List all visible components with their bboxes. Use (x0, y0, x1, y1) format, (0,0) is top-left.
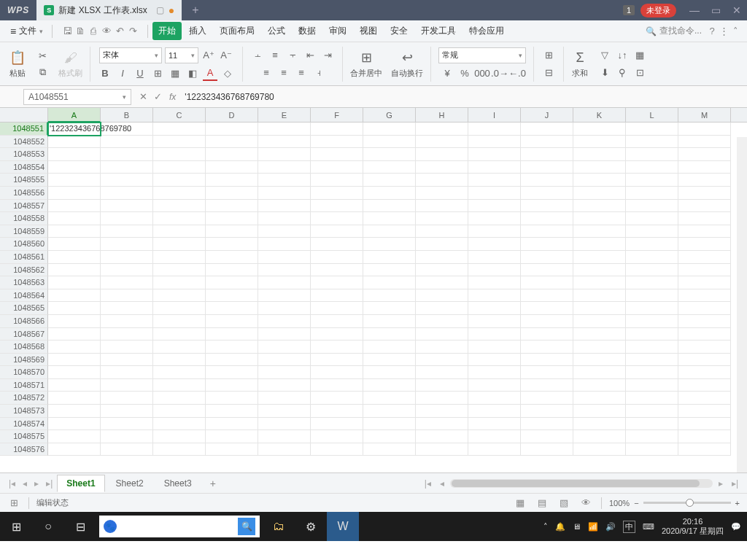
cell[interactable] (206, 315, 258, 328)
cell[interactable] (573, 443, 626, 456)
cell[interactable] (311, 187, 363, 200)
cell[interactable] (153, 264, 206, 277)
cell[interactable] (311, 392, 363, 405)
cell[interactable] (626, 251, 678, 264)
cell[interactable] (678, 225, 731, 238)
cell[interactable] (258, 122, 311, 136)
font-color-button[interactable]: A (203, 66, 217, 81)
cell[interactable] (573, 276, 626, 289)
cell[interactable] (626, 148, 678, 161)
vertical-scrollbar[interactable] (737, 137, 747, 472)
row-header[interactable]: 1048560 (0, 238, 48, 251)
cell[interactable] (468, 289, 521, 303)
cell[interactable] (626, 418, 678, 431)
cell[interactable] (468, 443, 521, 456)
cell[interactable] (678, 418, 731, 431)
column-header[interactable]: L (626, 108, 678, 122)
cell[interactable] (416, 161, 468, 174)
cell[interactable] (573, 315, 626, 328)
cell[interactable] (48, 392, 101, 405)
login-button[interactable]: 未登录 (640, 4, 676, 18)
cell[interactable] (521, 238, 573, 251)
cell[interactable] (678, 302, 731, 315)
cell[interactable] (48, 161, 101, 174)
cell[interactable] (626, 354, 678, 367)
save-icon[interactable]: 🖫 (61, 26, 73, 37)
row-header[interactable]: 1048564 (0, 289, 48, 303)
decimal-inc-icon[interactable]: .0→ (492, 66, 507, 81)
cell[interactable] (101, 392, 153, 405)
cell[interactable] (678, 354, 731, 367)
spreadsheet-grid[interactable]: 1048551104855210485531048554104855510485… (0, 122, 747, 472)
row-header[interactable]: 1048554 (0, 161, 48, 174)
confirm-edit-icon[interactable]: ✓ (150, 91, 165, 102)
print-icon[interactable]: ⎙ (88, 26, 99, 37)
command-search[interactable]: 🔍 查找命令... (641, 25, 706, 37)
cell[interactable] (258, 136, 311, 149)
cell[interactable] (48, 302, 101, 315)
cell[interactable] (573, 161, 626, 174)
copy-icon[interactable]: ⧉ (35, 65, 50, 79)
cell[interactable] (626, 122, 678, 136)
cell[interactable] (153, 328, 206, 341)
cell[interactable] (153, 200, 206, 213)
file-menu[interactable]: ≡ 文件 ▾ (6, 25, 47, 37)
cell[interactable] (416, 328, 468, 341)
cell[interactable] (468, 174, 521, 187)
cell[interactable] (521, 225, 573, 238)
cell[interactable] (101, 302, 153, 315)
cell-style-button[interactable]: ▦ (168, 66, 182, 81)
cell[interactable] (521, 302, 573, 315)
cell[interactable] (626, 264, 678, 277)
cell[interactable] (521, 354, 573, 367)
cell[interactable] (468, 392, 521, 405)
cell[interactable] (206, 174, 258, 187)
cell[interactable] (363, 315, 416, 328)
formula-input[interactable]: '122323436768769780 (180, 92, 747, 102)
cell[interactable] (101, 354, 153, 367)
cell[interactable] (521, 430, 573, 443)
column-header[interactable]: D (206, 108, 258, 122)
cell[interactable] (153, 354, 206, 367)
cell[interactable] (416, 276, 468, 289)
tab-review[interactable]: 审阅 (323, 22, 352, 40)
screen-icon[interactable]: ▢ (156, 5, 164, 15)
cell[interactable] (416, 200, 468, 213)
cell[interactable] (101, 161, 153, 174)
cell[interactable] (48, 341, 101, 354)
cell[interactable] (626, 379, 678, 392)
cell[interactable] (573, 200, 626, 213)
cell[interactable] (206, 264, 258, 277)
insert-cells-icon[interactable]: ⊞ (541, 48, 556, 63)
cell[interactable] (573, 212, 626, 225)
cell[interactable] (206, 341, 258, 354)
cell[interactable] (206, 443, 258, 456)
cell[interactable] (363, 161, 416, 174)
cell[interactable] (416, 148, 468, 161)
cell[interactable] (153, 379, 206, 392)
cell[interactable] (311, 354, 363, 367)
cell[interactable] (311, 200, 363, 213)
cell[interactable] (416, 251, 468, 264)
cell[interactable] (521, 174, 573, 187)
column-header[interactable]: F (311, 108, 363, 122)
cell[interactable] (258, 225, 311, 238)
sheet-nav-prev-icon[interactable]: ◂ (20, 478, 30, 489)
notification-badge[interactable]: 1 (623, 5, 635, 15)
hscroll-left-icon[interactable]: |◂ (422, 478, 434, 489)
cell[interactable] (468, 251, 521, 264)
row-header[interactable]: 1048552 (0, 136, 48, 149)
column-header[interactable]: E (258, 108, 311, 122)
cell[interactable] (258, 187, 311, 200)
cell[interactable] (363, 430, 416, 443)
cell[interactable] (521, 148, 573, 161)
column-header[interactable]: J (521, 108, 573, 122)
action-center-icon[interactable]: 💬 (731, 522, 741, 532)
cell[interactable] (101, 251, 153, 264)
cell[interactable] (521, 136, 573, 149)
cell[interactable] (521, 341, 573, 354)
cell[interactable] (626, 238, 678, 251)
tab-formula[interactable]: 公式 (262, 22, 291, 40)
font-name-select[interactable]: 宋体▾ (99, 47, 162, 63)
align-bottom-icon[interactable]: ⫟ (285, 48, 300, 63)
